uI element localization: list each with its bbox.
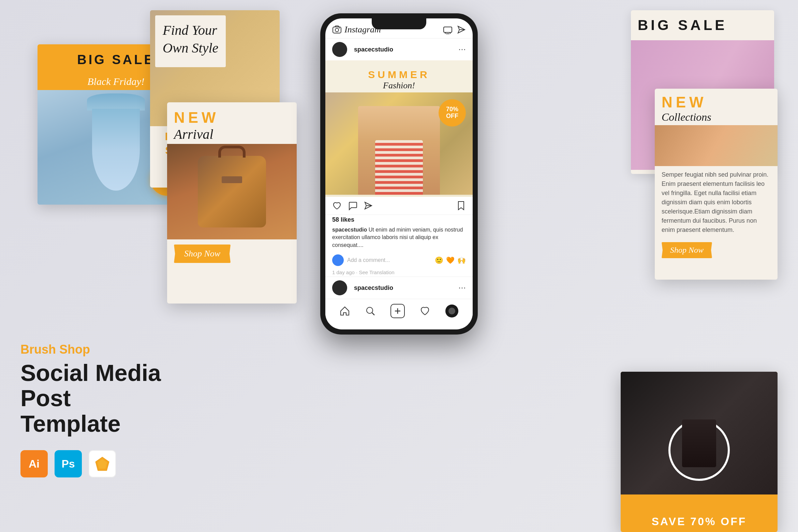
comment-input[interactable]: Add a comment... bbox=[347, 257, 431, 263]
phone-notch bbox=[372, 18, 426, 29]
post-caption: spacecstudio Ut enim ad minim veniam, qu… bbox=[325, 225, 473, 252]
arrival-script: Arrival bbox=[174, 126, 290, 142]
post-user-info: spacecstudio bbox=[332, 42, 393, 57]
bottom-left-info: Brush Shop Social Media Post Template Ai… bbox=[20, 342, 164, 477]
like-icon[interactable] bbox=[332, 201, 342, 210]
next-username: spacecstudio bbox=[354, 284, 393, 292]
phone-bottom-nav bbox=[325, 299, 473, 323]
home-icon[interactable] bbox=[340, 306, 350, 316]
phone-container: Instagram bbox=[321, 14, 477, 334]
post-user-row[interactable]: spacecstudio ⋯ bbox=[325, 39, 473, 60]
ai-icon: Ai bbox=[20, 450, 48, 477]
fashion-script: Fashion! bbox=[325, 80, 473, 91]
sketch-svg bbox=[95, 456, 110, 471]
new-label: NEW bbox=[174, 109, 290, 126]
card-new-arrival: NEW Arrival Shop Now bbox=[167, 102, 297, 304]
bag-photo bbox=[167, 144, 297, 239]
product-title-line1: Social Media bbox=[20, 360, 161, 386]
svg-rect-5 bbox=[444, 27, 452, 32]
emoji-heart: 🧡 bbox=[446, 256, 455, 264]
torn-paper: Find Your Own Style bbox=[155, 15, 226, 67]
phone-screen: Instagram bbox=[325, 18, 473, 329]
post-username: spacecstudio bbox=[354, 46, 393, 53]
post-more-icon[interactable]: ⋯ bbox=[458, 45, 466, 54]
post-avatar bbox=[332, 42, 347, 57]
post-discount-off: OFF bbox=[446, 113, 458, 120]
black-friday-text: Black Friday! bbox=[87, 76, 144, 87]
post-discount-badge: 70% OFF bbox=[439, 99, 466, 127]
camera-icon bbox=[332, 25, 342, 34]
post-time: 1 day ago · See Translation bbox=[325, 268, 473, 277]
tv-icon bbox=[443, 25, 452, 34]
next-user-avatar bbox=[332, 280, 347, 295]
svg-point-8 bbox=[367, 307, 373, 313]
nc-header: NEW Collections bbox=[655, 89, 778, 125]
ps-icon: Ps bbox=[55, 450, 82, 477]
profile-dot bbox=[448, 308, 455, 314]
post-discount-percent: 70% bbox=[446, 106, 458, 113]
shop-now-btn[interactable]: Shop Now bbox=[174, 245, 231, 263]
comment-emojis: 🙂 🧡 🙌 bbox=[435, 256, 466, 264]
caption-username: spacecstudio bbox=[332, 227, 367, 233]
find-your-text: Find Your bbox=[163, 21, 218, 39]
phone-outer: Instagram bbox=[321, 14, 477, 334]
nc-photo-inner bbox=[655, 125, 778, 166]
save70-photo bbox=[621, 372, 778, 494]
post-actions bbox=[325, 197, 473, 215]
profile-nav-button[interactable] bbox=[445, 305, 458, 317]
post-photo-bg: 70% OFF bbox=[325, 92, 473, 195]
plus-icon bbox=[394, 308, 401, 314]
summer-text: SUMMER Fashion! bbox=[325, 64, 473, 91]
emoji-smile: 🙂 bbox=[435, 256, 443, 264]
bsr-title: BIG SALE bbox=[638, 17, 727, 33]
svg-line-9 bbox=[372, 313, 374, 315]
product-title: Social Media Post Template bbox=[20, 360, 164, 437]
summer-header: SUMMER Fashion! bbox=[325, 60, 473, 92]
search-nav-icon[interactable] bbox=[365, 306, 375, 316]
shirt-detail bbox=[375, 140, 423, 195]
emoji-hands: 🙌 bbox=[457, 256, 466, 264]
bag-handle bbox=[218, 146, 246, 158]
watch-shape bbox=[682, 419, 716, 467]
post-left-icons bbox=[332, 201, 373, 210]
dress-top bbox=[87, 93, 145, 110]
post-likes: 58 likes bbox=[325, 215, 473, 225]
comment-row[interactable]: Add a comment... 🙂 🧡 🙌 bbox=[325, 252, 473, 268]
brand-name: Brush Shop bbox=[20, 342, 164, 357]
app-icons: Ai Ps bbox=[20, 450, 164, 477]
add-post-button[interactable] bbox=[390, 304, 405, 318]
next-user-info: spacecstudio bbox=[332, 280, 393, 295]
save70-text: SAVE 70% OFF bbox=[621, 511, 778, 532]
insta-header-icons bbox=[443, 25, 466, 34]
nc-body-text: Semper feugiat nibh sed pulvinar proin. … bbox=[655, 166, 778, 239]
card-save70: SAVE 70% OFF bbox=[621, 372, 778, 532]
send-icon bbox=[457, 25, 466, 34]
sketch-icon bbox=[89, 450, 116, 477]
next-user-more[interactable]: ⋯ bbox=[458, 283, 466, 292]
own-style-text: Own Style bbox=[163, 39, 218, 57]
new-arrival-header: NEW Arrival bbox=[167, 102, 297, 144]
likes-nav-icon[interactable] bbox=[420, 306, 430, 316]
svg-point-3 bbox=[335, 28, 339, 32]
share-icon[interactable] bbox=[364, 201, 373, 210]
summer-label: SUMMER bbox=[325, 69, 473, 80]
dress-skirt bbox=[92, 109, 140, 191]
big-sale-title: BIG SALE bbox=[77, 53, 154, 67]
nc-photo bbox=[655, 125, 778, 166]
new-nc-label: NEW bbox=[662, 94, 771, 111]
post-image-area: SUMMER Fashion! 70% OFF bbox=[325, 60, 473, 197]
bsr-header: BIG SALE bbox=[631, 10, 774, 40]
product-title-line2: Post Template bbox=[20, 385, 120, 437]
svg-point-4 bbox=[339, 28, 340, 29]
collections-script: Collections bbox=[662, 111, 771, 123]
card-new-collections: NEW Collections Semper feugiat nibh sed … bbox=[655, 89, 778, 280]
shop-now-nc[interactable]: Shop Now bbox=[662, 242, 712, 258]
bag-buckle bbox=[222, 176, 242, 183]
bag-shape bbox=[198, 156, 266, 227]
bookmark-icon[interactable] bbox=[456, 201, 466, 210]
next-user-row[interactable]: spacecstudio ⋯ bbox=[325, 277, 473, 299]
comment-avatar bbox=[332, 254, 344, 266]
comment-icon[interactable] bbox=[348, 201, 357, 210]
